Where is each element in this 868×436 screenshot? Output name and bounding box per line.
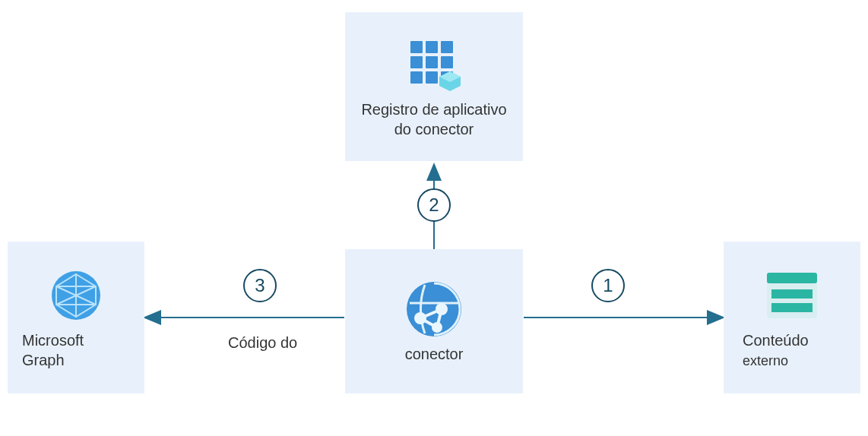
svg-rect-4 xyxy=(410,56,423,68)
svg-rect-3 xyxy=(441,41,453,53)
svg-rect-28 xyxy=(767,273,817,283)
node-app-registration-label: Registro de aplicativo do conector xyxy=(353,100,515,139)
node-external-content: Conteúdo externo xyxy=(724,242,860,393)
app-registration-icon xyxy=(404,34,464,95)
node-app-registration: Registro de aplicativo do conector xyxy=(345,12,523,161)
step-badge-3: 3 xyxy=(243,269,277,302)
microsoft-graph-icon xyxy=(46,265,106,326)
svg-rect-2 xyxy=(426,41,438,53)
svg-rect-6 xyxy=(441,56,453,68)
svg-rect-5 xyxy=(426,56,438,68)
svg-rect-7 xyxy=(410,71,423,84)
connector-icon xyxy=(404,279,464,340)
step-badge-1: 1 xyxy=(591,269,625,302)
svg-rect-30 xyxy=(771,303,813,312)
node-connector-label: conector xyxy=(405,344,464,364)
svg-rect-1 xyxy=(410,41,423,53)
step-badge-2: 2 xyxy=(417,188,451,222)
node-microsoft-graph-label: Microsoft Graph xyxy=(16,330,84,370)
svg-rect-29 xyxy=(771,289,813,299)
node-microsoft-graph: Microsoft Graph xyxy=(8,242,144,393)
arrow-left-label: Código do xyxy=(228,334,297,352)
node-connector-code: conector xyxy=(345,249,523,393)
node-external-content-label: Conteúdo externo xyxy=(732,330,809,370)
external-content-icon xyxy=(762,265,822,326)
svg-rect-8 xyxy=(426,71,438,84)
